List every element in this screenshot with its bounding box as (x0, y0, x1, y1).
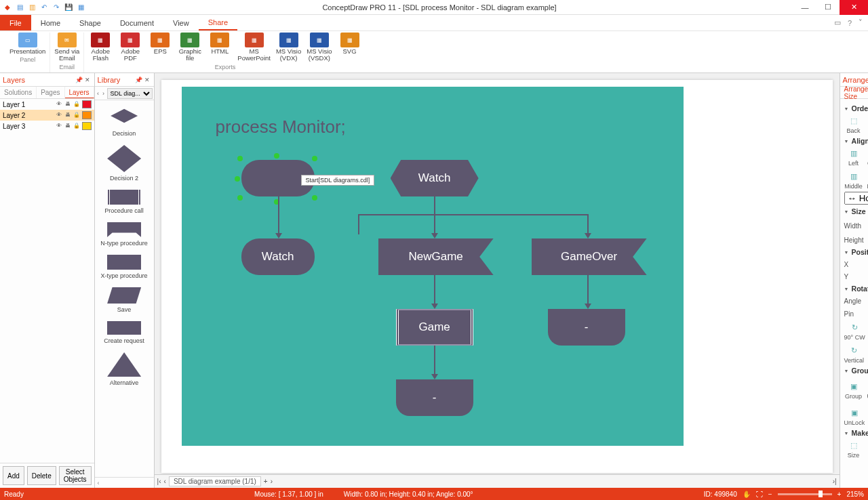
zoom-label[interactable]: 215% (846, 491, 864, 498)
section-rotate[interactable]: Rotate and Flip (844, 285, 868, 293)
group-row-btn[interactable]: ▣UnLock (844, 407, 865, 426)
ribbon-help-icon[interactable]: ? (848, 19, 852, 27)
layer-color[interactable] (82, 122, 92, 130)
library-selector[interactable]: SDL diag... (107, 88, 153, 99)
qa-help-icon[interactable]: ▦ (76, 3, 85, 12)
zoom-out-icon[interactable]: − (768, 491, 772, 498)
library-item[interactable]: Alternative (95, 348, 154, 390)
layer-color[interactable] (82, 111, 92, 119)
section-order[interactable]: Order (844, 104, 868, 112)
menu-view[interactable]: View (163, 15, 199, 30)
tab-nav-first-icon[interactable]: |‹ (157, 478, 161, 485)
align-row-btn[interactable]: ▥Middle (844, 171, 863, 190)
close-button[interactable]: ✕ (840, 0, 868, 15)
qa-undo-icon[interactable]: ↶ (39, 3, 49, 12)
section-size[interactable]: Size (844, 207, 868, 215)
canvas-scroll[interactable]: process Monitor; Start[SDL diagrams.cdl]… (155, 73, 840, 474)
menu-document[interactable]: Document (111, 15, 163, 30)
layers-pin-icon[interactable]: 📌 (75, 77, 83, 83)
layer-row[interactable]: Layer 1👁🖶🔒 (0, 99, 94, 110)
lock-icon[interactable]: 🔒 (73, 112, 80, 119)
delete-layer-button[interactable]: Delete (27, 466, 56, 485)
menu-home[interactable]: Home (31, 15, 70, 30)
library-next-icon[interactable]: › (102, 90, 106, 97)
layer-color[interactable] (82, 100, 92, 108)
shape-dash-right[interactable]: - (548, 309, 625, 346)
library-item[interactable]: Decision (95, 100, 154, 141)
shape-newgame[interactable]: NewGame (378, 238, 494, 275)
distribute-h-select[interactable]: ↔ HorizontalHorizontal (844, 192, 868, 205)
ribbon-collapse-icon[interactable]: ˅ (859, 18, 863, 27)
print-icon[interactable]: 🖶 (64, 112, 71, 119)
qa-redo-icon[interactable]: ↷ (52, 3, 61, 12)
tab-add-icon[interactable]: + (264, 478, 268, 485)
library-pin-icon[interactable]: 📌 (135, 77, 143, 83)
export-button-3[interactable]: ▦Graphic file (178, 33, 202, 62)
print-icon[interactable]: 🖶 (64, 101, 71, 108)
add-layer-button[interactable]: Add (3, 466, 24, 485)
export-button-0[interactable]: ▦Adobe Flash (88, 33, 113, 62)
ribbon-minimize-icon[interactable]: ▭ (834, 18, 841, 27)
layer-row[interactable]: Layer 3👁🖶🔒 (0, 121, 94, 131)
library-prev-icon[interactable]: ‹ (96, 90, 100, 97)
shape-watch-left[interactable]: Watch (241, 238, 315, 275)
group-row-btn[interactable]: ▣Group (844, 381, 863, 400)
qa-new-icon[interactable]: ▤ (15, 3, 24, 12)
section-position[interactable]: Position (844, 248, 868, 256)
menu-shape[interactable]: Shape (70, 15, 111, 30)
section-same[interactable]: Make Same (844, 429, 868, 437)
visible-icon[interactable]: 👁 (56, 123, 62, 129)
rotate-row-btn[interactable]: ↻90° CW (844, 322, 865, 341)
library-item[interactable]: Create request (95, 317, 154, 348)
page[interactable]: process Monitor; Start[SDL diagrams.cdl]… (161, 80, 833, 473)
shape-gameover[interactable]: GameOver (532, 238, 647, 275)
maximize-button[interactable]: ☐ (816, 0, 840, 15)
export-button-8[interactable]: ▦SVG (338, 33, 362, 62)
tab-nav-next-icon[interactable]: › (271, 478, 273, 485)
zoom-in-icon[interactable]: + (837, 491, 842, 498)
layer-row[interactable]: Layer 2👁🖶🔒 (0, 110, 94, 121)
visible-icon[interactable]: 👁 (56, 101, 62, 108)
export-button-1[interactable]: ▦Adobe PDF (118, 33, 142, 62)
visible-icon[interactable]: 👁 (56, 112, 62, 119)
tab-pages[interactable]: Pages (37, 87, 64, 98)
select-objects-button[interactable]: Select Objects (59, 466, 92, 485)
export-button-2[interactable]: ▦EPS (148, 33, 172, 62)
lock-icon[interactable]: 🔒 (73, 123, 80, 129)
hand-tool-icon[interactable]: ✋ (743, 491, 751, 498)
section-group[interactable]: Group and Lock (844, 367, 868, 375)
section-align[interactable]: Align and Distribute (844, 137, 868, 145)
zoom-slider[interactable] (778, 493, 832, 495)
qa-save-icon[interactable]: 💾 (64, 3, 73, 12)
order-row-btn[interactable]: ⬚Back (844, 115, 863, 134)
page-tab[interactable]: SDL diagram example (1/1) (169, 476, 261, 486)
shape-watch-top[interactable]: Watch (391, 160, 479, 196)
layers-close-icon[interactable]: ✕ (83, 77, 92, 83)
library-item[interactable]: Save (95, 283, 154, 317)
tab-nav-prev-icon[interactable]: ‹ (164, 478, 166, 485)
menu-share[interactable]: Share (199, 15, 237, 30)
rotate-row-btn[interactable]: ↻Vertical (844, 345, 865, 364)
library-item[interactable]: X-type procedure (95, 251, 154, 283)
export-button-4[interactable]: ▦HTML (208, 33, 232, 62)
export-button-7[interactable]: ▦MS Visio (VSDX) (307, 33, 332, 62)
same-row-btn[interactable]: ⬚Size (844, 440, 863, 459)
fit-icon[interactable]: ⛶ (756, 491, 763, 498)
tab-nav-last-icon[interactable]: ›| (833, 478, 837, 485)
qa-open-icon[interactable]: ▥ (27, 3, 37, 12)
tab-layers[interactable]: Layers (65, 87, 94, 98)
export-button-5[interactable]: ▦MS PowerPoint (237, 33, 271, 62)
send-email-button[interactable]: ✉ Send via Email (54, 33, 79, 62)
export-button-6[interactable]: ▦MS Visio (VDX) (276, 33, 301, 62)
tab-solutions[interactable]: Solutions (0, 87, 37, 98)
presentation-button[interactable]: ▭ Presentation (9, 33, 45, 55)
shape-game[interactable]: Game (396, 309, 473, 346)
library-item[interactable]: N-type procedure (95, 218, 154, 251)
library-item[interactable]: Decision 2 (95, 141, 154, 186)
minimize-button[interactable]: — (793, 0, 816, 15)
library-close-icon[interactable]: ✕ (143, 77, 151, 83)
align-row-btn[interactable]: ▥Left (844, 148, 863, 167)
print-icon[interactable]: 🖶 (64, 123, 71, 129)
tab-arrange-size[interactable]: Arrange & Size (840, 87, 868, 98)
shape-dash-bottom[interactable]: - (396, 379, 473, 416)
